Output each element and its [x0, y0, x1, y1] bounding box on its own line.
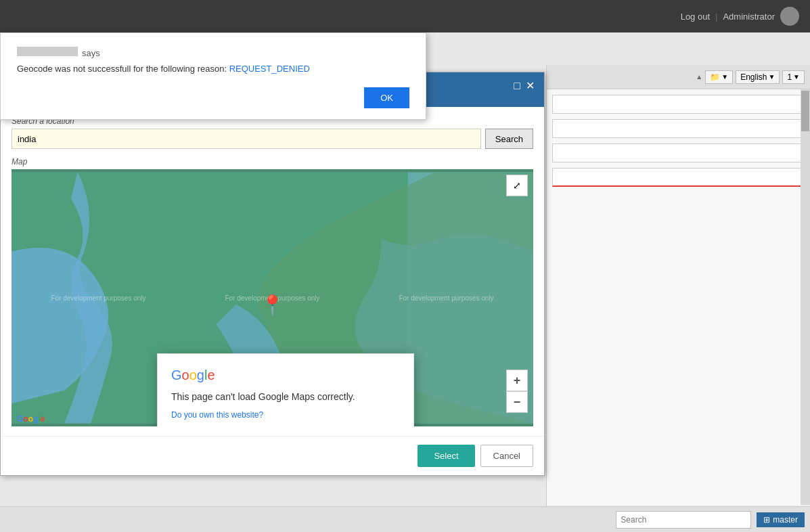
map-dialog-body: Search a location Search Map: [1, 107, 544, 436]
field-4-input[interactable]: [552, 168, 805, 187]
browser-alert-message: Geocode was not successfull for the foll…: [17, 64, 409, 74]
select-button[interactable]: Select: [418, 445, 474, 467]
scroll-up-icon[interactable]: ▲: [696, 73, 702, 81]
field-1: [552, 95, 805, 114]
gmaps-title: This page can't load Google Maps correct…: [171, 391, 400, 402]
map-dialog-controls: □ ✕: [514, 79, 535, 92]
folder-arrow-icon: ▼: [721, 73, 728, 81]
gmaps-error-dialog: Google This page can't load Google Maps …: [157, 353, 414, 426]
admin-label: Administrator: [723, 12, 775, 22]
gmaps-question: Do you own this website?: [171, 410, 400, 420]
master-icon: ⊞: [763, 515, 770, 525]
zoom-out-button[interactable]: −: [506, 391, 528, 413]
field-2: [552, 119, 805, 138]
language-arrow-icon: ▼: [769, 73, 775, 81]
map-zoom-controls: + −: [506, 370, 528, 413]
language-label: English: [740, 72, 767, 82]
main-background: ▲ 📁 ▼ English ▼ 1 ▼: [0, 32, 810, 532]
count-arrow-icon: ▼: [793, 73, 800, 81]
gmaps-question-link[interactable]: Do you own this website?: [171, 410, 263, 420]
map-container[interactable]: For development purposes only For develo…: [12, 169, 533, 426]
alert-says: says: [82, 48, 100, 58]
browser-alert-site: says: [17, 47, 409, 58]
browser-alert-ok-button[interactable]: OK: [364, 87, 409, 108]
scrollbar-thumb: [801, 91, 809, 131]
field-3-input[interactable]: [552, 143, 805, 162]
map-dialog-footer: Select Cancel: [1, 436, 544, 475]
folder-dropdown[interactable]: 📁 ▼: [705, 70, 733, 84]
alert-message-prefix: Geocode was not successfull for the foll…: [17, 64, 229, 74]
alert-error-code: REQUEST_DENIED: [229, 64, 310, 74]
right-scrollbar[interactable]: [801, 89, 810, 505]
gmaps-logo: Google: [171, 368, 400, 383]
zoom-in-button[interactable]: +: [506, 370, 528, 391]
language-dropdown[interactable]: English ▼: [736, 70, 780, 84]
logout-link[interactable]: Log out: [681, 12, 710, 22]
map-dialog-square-button[interactable]: □: [514, 80, 520, 92]
search-input[interactable]: [12, 129, 481, 149]
right-toolbar: ▲ 📁 ▼ English ▼ 1 ▼: [547, 65, 810, 89]
search-button[interactable]: Search: [485, 129, 533, 149]
map-dialog-close-button[interactable]: ✕: [526, 79, 535, 92]
top-bar: Log out | Administrator: [0, 0, 810, 32]
right-panel: ▲ 📁 ▼ English ▼ 1 ▼: [546, 65, 810, 532]
field-4: [552, 168, 805, 187]
master-button[interactable]: ⊞ master: [757, 512, 805, 527]
browser-alert-dialog: says Geocode was not successfull for the…: [0, 32, 426, 120]
field-3: [552, 143, 805, 162]
folder-icon: 📁: [710, 72, 720, 82]
bottom-search-input[interactable]: [616, 511, 751, 529]
map-pin: 📍: [261, 294, 284, 316]
cancel-button[interactable]: Cancel: [480, 445, 533, 467]
map-expand-button[interactable]: ⤢: [506, 175, 528, 196]
bottom-bar: ⊞ master: [0, 506, 810, 532]
search-row: Search: [12, 129, 533, 149]
map-label: Map: [12, 157, 533, 167]
google-logo: Google: [17, 414, 45, 424]
master-label: master: [773, 515, 798, 525]
avatar: [780, 7, 799, 26]
map-dialog: Map Location Picker Pick a location □ ✕ …: [0, 72, 545, 476]
count-label: 1: [787, 72, 792, 82]
field-1-input[interactable]: [552, 95, 805, 114]
field-2-input[interactable]: [552, 119, 805, 138]
alert-site-name: [17, 47, 78, 56]
expand-icon: ⤢: [513, 180, 521, 191]
right-content: [547, 89, 810, 505]
top-divider: |: [715, 12, 717, 22]
count-dropdown[interactable]: 1 ▼: [782, 70, 805, 84]
